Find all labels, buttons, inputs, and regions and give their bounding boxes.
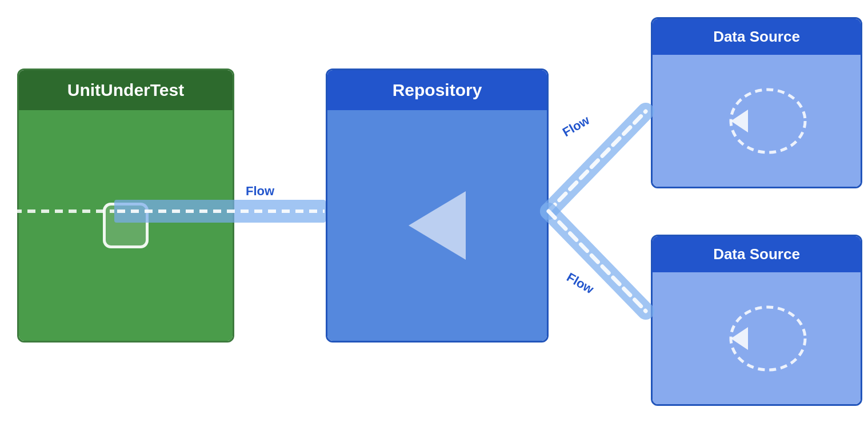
flow-label-horizontal: Flow <box>246 184 275 198</box>
data-source-bottom-header: Data Source <box>653 236 861 272</box>
data-source-top-header: Data Source <box>653 19 861 55</box>
repository-body <box>327 110 547 341</box>
data-source-bottom-body <box>653 272 861 405</box>
upper-diagonal-dashes <box>549 111 646 211</box>
data-source-top-circle-arrow <box>699 81 814 161</box>
diagram-container: UnitUnderTest Repository Data Source <box>0 0 868 423</box>
unit-under-test-header: UnitUnderTest <box>19 70 233 110</box>
repository-box: Repository <box>326 69 549 343</box>
lower-diagonal-dashes <box>549 211 646 311</box>
repository-title: Repository <box>393 80 482 99</box>
triangle-left-shape <box>409 191 466 260</box>
data-source-bottom-title: Data Source <box>713 245 800 263</box>
data-source-bottom-circle-arrow <box>699 299 814 378</box>
repository-header: Repository <box>327 70 547 110</box>
data-source-top-body <box>653 55 861 187</box>
triangle-icon <box>409 191 466 260</box>
unit-under-test-body <box>19 110 233 341</box>
unit-square-icon <box>103 203 149 248</box>
data-source-top-title: Data Source <box>713 28 800 45</box>
flow-label-lower: Flow <box>565 270 597 297</box>
flow-band-lower-diagonal <box>549 211 646 311</box>
unit-under-test-box: UnitUnderTest <box>17 69 234 343</box>
unit-under-test-title: UnitUnderTest <box>67 80 184 99</box>
flow-label-upper: Flow <box>560 112 593 139</box>
data-source-bottom-box: Data Source <box>651 235 862 406</box>
flow-band-upper-diagonal <box>549 111 646 211</box>
data-source-top-box: Data Source <box>651 17 862 188</box>
